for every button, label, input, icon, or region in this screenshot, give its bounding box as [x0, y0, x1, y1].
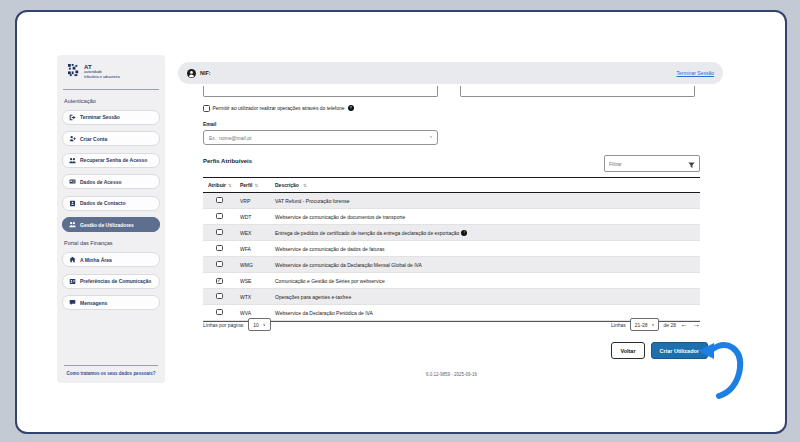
next-page-arrow-icon[interactable]: → — [692, 321, 700, 329]
row-checkbox[interactable] — [216, 197, 223, 204]
sidebar-divider — [63, 89, 159, 90]
at-pixel-logo-icon — [68, 64, 81, 77]
sidebar-item-preferencias-de-comunicacao[interactable]: Preferências de Comunicação — [62, 274, 160, 289]
funnel-icon — [688, 155, 695, 173]
profiles-section-title: Perfis Atribuíveis — [203, 158, 252, 164]
phone-permission-checkbox[interactable] — [203, 105, 210, 112]
user-group-icon — [69, 221, 76, 228]
profile-description: Webservice de comunicação de dados de fa… — [275, 246, 384, 252]
contact-card-icon — [69, 200, 76, 207]
sidebar-item-gestao-de-utilizadores[interactable]: Gestão de Utilizadores — [62, 217, 160, 232]
privacy-link[interactable]: Como tratamos os seus dados pessoais? — [63, 371, 159, 376]
user-icon — [187, 69, 196, 78]
sidebar-item-label: A Minha Área — [80, 257, 112, 263]
row-checkbox[interactable] — [216, 229, 223, 236]
range-label: Linhas — [611, 322, 626, 328]
profiles-table: Atribuir⇅ Perfil⇅ Descrição⇅ VRPVAT Refu… — [203, 177, 700, 322]
chevron-down-icon: ∨ — [263, 322, 266, 327]
truncated-input-right[interactable] — [460, 86, 695, 97]
logo-line2: tributária e aduaneira — [84, 76, 120, 80]
sidebar-item-a-minha-area[interactable]: A Minha Área — [62, 252, 160, 267]
at-logo: AT autoridade tributária e aduaneira — [68, 64, 154, 80]
sidebar-item-label: Terminar Sessão — [80, 114, 120, 120]
column-header-descricao[interactable]: Descrição⇅ — [275, 182, 700, 188]
back-button[interactable]: Voltar — [611, 342, 644, 359]
user-plus-icon — [69, 135, 76, 142]
message-icon — [69, 299, 76, 306]
filter-input[interactable] — [609, 161, 688, 167]
sidebar-item-label: Gestão de Utilizadores — [80, 222, 134, 228]
rows-per-page-label: Linhas por página: — [203, 322, 244, 328]
profile-description: Webservice de comunicação da Declaração … — [275, 262, 422, 268]
profile-description: Webservice da Declaração Periódica de IV… — [275, 310, 373, 316]
profile-description: Operações para agentes e-taxfree — [275, 294, 351, 300]
row-checkbox[interactable] — [216, 293, 223, 300]
row-checkbox[interactable] — [216, 261, 223, 268]
sidebar-item-terminar-sessao[interactable]: Terminar Sessão — [62, 110, 160, 125]
profile-code: WMG — [240, 262, 275, 268]
sidebar-item-label: Recuperar Senha de Acesso — [80, 157, 147, 163]
sidebar-item-criar-conta[interactable]: Criar Conta — [62, 131, 160, 146]
profile-code: WDT — [240, 214, 275, 220]
column-header-perfil[interactable]: Perfil⇅ — [240, 182, 275, 188]
table-body: VRPVAT Refund - Procuração forenseWDTWeb… — [203, 193, 700, 322]
sidebar: AT autoridade tributária e aduaneira Aut… — [57, 55, 165, 383]
email-field[interactable] — [209, 135, 430, 141]
sidebar-section-label: Autenticação — [64, 98, 158, 104]
sidebar-item-mensagens[interactable]: Mensagens — [62, 295, 160, 310]
total-label: de 28 — [663, 322, 676, 328]
required-marker: * — [430, 135, 432, 141]
id-card-icon — [69, 178, 76, 185]
logout-icon — [69, 114, 76, 121]
sidebar-item-label: Preferências de Comunicação — [80, 278, 151, 284]
nif-label: NIF: — [200, 70, 211, 76]
form-actions: Voltar Criar Utilizador — [203, 342, 708, 359]
profile-code: VRP — [240, 198, 275, 204]
profile-description: Comunicação e Gestão de Séries por webse… — [275, 278, 385, 284]
truncated-input-left[interactable] — [203, 86, 438, 97]
app-window: AT autoridade tributária e aduaneira Aut… — [15, 10, 787, 434]
phone-permission-label: Permitir ao utilizador realizar operaçõe… — [213, 105, 345, 111]
previous-page-arrow-icon[interactable]: ← — [680, 321, 688, 329]
table-row: WTXOperações para agentes e-taxfree — [203, 289, 700, 305]
sidebar-item-recuperar-senha-de-acesso[interactable]: Recuperar Senha de Acesso — [62, 153, 160, 168]
rows-per-page-select[interactable]: 10 ∨ — [248, 318, 271, 331]
sidebar-sections: AutenticaçãoTerminar SessãoCriar ContaRe… — [62, 98, 160, 311]
table-row: WEXEntrega de pedidos de certificado de … — [203, 225, 700, 241]
sidebar-item-label: Dados de Contacto — [80, 200, 126, 206]
row-checkbox[interactable]: ✓ — [216, 278, 223, 285]
range-select[interactable]: 21-28 ∨ — [630, 318, 660, 331]
profile-code: WEX — [240, 230, 275, 236]
screenshot-stage: AT autoridade tributária e aduaneira Aut… — [0, 0, 800, 442]
table-row: VRPVAT Refund - Procuração forense — [203, 193, 700, 209]
profile-description: VAT Refund - Procuração forense — [275, 198, 349, 204]
version-footer: 6.0.12-9859 - 2025-09-16 — [203, 372, 700, 377]
sidebar-bottom-divider — [64, 365, 158, 366]
help-icon[interactable]: ? — [348, 105, 354, 111]
sort-icon: ⇅ — [303, 183, 307, 188]
info-icon[interactable]: ! — [461, 230, 467, 236]
profile-code: WSE — [240, 278, 275, 284]
profile-description: Entrega de pedidos de certificado de ise… — [275, 230, 459, 236]
table-row: ✓WSEComunicação e Gestão de Séries por w… — [203, 273, 700, 289]
sidebar-item-label: Dados de Acesso — [80, 179, 122, 185]
sidebar-item-dados-de-contacto[interactable]: Dados de Contacto — [62, 196, 160, 211]
chevron-down-icon: ∨ — [652, 322, 655, 327]
email-field-box: * — [203, 130, 438, 145]
row-checkbox[interactable] — [216, 309, 223, 316]
preferences-icon — [69, 278, 76, 285]
row-checkbox[interactable] — [216, 245, 223, 252]
users-icon — [69, 157, 76, 164]
column-header-atribuir[interactable]: Atribuir⇅ — [203, 182, 240, 188]
create-user-button[interactable]: Criar Utilizador — [651, 342, 708, 359]
sidebar-section-label: Portal das Finanças — [64, 240, 158, 246]
row-checkbox[interactable] — [216, 213, 223, 220]
logout-link[interactable]: Terminar Sessão — [676, 70, 714, 76]
pagination-bar: Linhas por página: 10 ∨ Linhas 21-28 ∨ d… — [203, 318, 700, 331]
sidebar-item-label: Criar Conta — [80, 136, 107, 142]
check-icon: ✓ — [217, 278, 222, 284]
sidebar-item-dados-de-acesso[interactable]: Dados de Acesso — [62, 174, 160, 189]
profile-code: WVA — [240, 310, 275, 316]
sort-icon: ⇅ — [255, 183, 259, 188]
table-row: WMGWebservice de comunicação da Declaraç… — [203, 257, 700, 273]
